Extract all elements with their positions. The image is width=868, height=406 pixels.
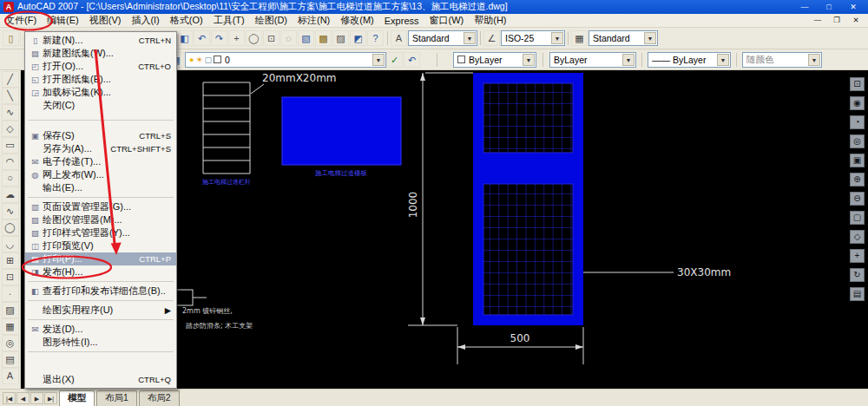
menu-item-open[interactable]: ◰打开(O)...CTRL+O bbox=[25, 60, 176, 73]
chevron-down-icon[interactable] bbox=[372, 54, 385, 66]
block-editor-icon[interactable]: ◧ bbox=[176, 30, 193, 46]
make-object-layer-current-icon[interactable]: ✓ bbox=[386, 52, 403, 68]
polyline-icon[interactable]: ∿ bbox=[2, 104, 19, 121]
chevron-down-icon[interactable] bbox=[644, 32, 656, 44]
circle-icon[interactable]: ○ bbox=[2, 170, 19, 187]
menubar-item[interactable]: 绘图(D) bbox=[250, 13, 293, 28]
dim-style-combo[interactable]: ISO-25 bbox=[501, 30, 565, 46]
redo-icon[interactable]: ↷ bbox=[211, 30, 227, 46]
chevron-down-icon[interactable] bbox=[717, 54, 729, 66]
zoom-window-icon[interactable]: ⊡ bbox=[850, 77, 865, 91]
menu-item-drawing-utilities[interactable]: 绘图实用程序(U)▶ bbox=[25, 304, 176, 317]
menu-item-plotter-manager[interactable]: ▨绘图仪管理器(M)... bbox=[25, 213, 176, 226]
tab-next-icon[interactable]: ▶ bbox=[30, 392, 43, 404]
region-icon[interactable]: ◎ bbox=[2, 335, 19, 351]
dim-style-icon[interactable]: ∠ bbox=[483, 30, 500, 46]
menu-item-exit[interactable]: 退出(X)CTRL+Q bbox=[25, 373, 176, 386]
zoom-object-icon[interactable]: ▣ bbox=[850, 154, 865, 167]
menu-item-close[interactable]: 关闭(C) bbox=[25, 99, 176, 112]
chevron-down-icon[interactable] bbox=[622, 54, 635, 66]
tab-layout2[interactable]: 布局2 bbox=[139, 390, 180, 406]
menubar-item[interactable]: 帮助(H) bbox=[469, 13, 511, 28]
doc-restore-button[interactable]: ❐ bbox=[832, 16, 842, 24]
maximize-button[interactable]: □ bbox=[823, 3, 835, 11]
pan-icon[interactable]: + bbox=[228, 30, 245, 46]
tool-palettes-icon[interactable]: ▩ bbox=[315, 30, 332, 46]
line-icon[interactable]: ╱ bbox=[2, 71, 19, 88]
color-combo[interactable]: ByLayer bbox=[453, 52, 536, 68]
polygon-icon[interactable]: ◇ bbox=[2, 121, 19, 137]
pan-icon[interactable]: + bbox=[850, 249, 865, 263]
text-style-combo[interactable]: Standard bbox=[408, 30, 477, 46]
arc-icon[interactable]: ◠ bbox=[2, 154, 19, 170]
menubar-item[interactable]: Express bbox=[379, 15, 424, 27]
spline-icon[interactable]: ∿ bbox=[2, 203, 19, 219]
menu-item-etransmit[interactable]: ✉电子传递(T)... bbox=[25, 155, 176, 168]
close-button[interactable]: ✕ bbox=[847, 3, 859, 11]
zoom-out-icon[interactable]: ⊖ bbox=[850, 192, 865, 206]
zoom-window-icon[interactable]: ⊡ bbox=[263, 30, 279, 46]
menubar-item[interactable]: 插入(I) bbox=[126, 13, 164, 28]
undo-icon[interactable]: ↶ bbox=[194, 30, 210, 46]
tab-first-icon[interactable]: |◀ bbox=[3, 392, 16, 404]
tab-last-icon[interactable]: ▶| bbox=[44, 392, 57, 404]
linetype-combo[interactable]: ByLayer bbox=[549, 52, 636, 68]
rectangle-icon[interactable]: ▭ bbox=[2, 137, 19, 154]
orbit-icon[interactable]: ↻ bbox=[850, 268, 865, 282]
hatch-icon[interactable]: ▨ bbox=[2, 302, 19, 318]
zoom-realtime-icon[interactable]: ◯ bbox=[246, 30, 262, 46]
menu-item-save-as[interactable]: 另存为(A)...CTRL+SHIFT+S bbox=[25, 142, 176, 155]
menubar-item[interactable]: 视图(V) bbox=[84, 13, 127, 28]
properties-icon[interactable]: ▨ bbox=[332, 30, 349, 46]
zoom-scale-icon[interactable]: ◔ bbox=[850, 115, 865, 129]
named-views-icon[interactable]: ▤ bbox=[850, 287, 865, 301]
designcenter-icon[interactable]: ◩ bbox=[350, 30, 366, 46]
layer-combo[interactable]: ● ☀ ▢ 0 bbox=[185, 52, 386, 68]
menu-item-send[interactable]: ✉发送(D)... bbox=[25, 323, 176, 336]
menu-item-export[interactable]: 输出(E)... bbox=[25, 181, 176, 194]
minimize-button[interactable]: — bbox=[799, 3, 811, 11]
layer-previous-icon[interactable]: ↶ bbox=[404, 52, 420, 68]
doc-minimize-button[interactable]: — bbox=[812, 16, 823, 24]
menu-item-view-plot-details[interactable]: ◧查看打印和发布详细信息(B)... bbox=[25, 285, 176, 298]
doc-close-button[interactable]: ✕ bbox=[851, 16, 861, 24]
menu-item-save[interactable]: ▣保存(S)CTRL+S bbox=[25, 129, 176, 142]
table-style-icon[interactable]: ▦ bbox=[571, 30, 588, 46]
lineweight-combo[interactable]: —— ByLayer bbox=[648, 52, 731, 68]
menubar-item[interactable]: 文件(F) bbox=[0, 13, 42, 28]
layer-on-icon[interactable]: ● bbox=[189, 56, 194, 64]
chevron-down-icon[interactable] bbox=[464, 32, 476, 44]
menu-item-plot[interactable]: ▤打印(P)...CTRL+P bbox=[25, 252, 176, 265]
zoom-center-icon[interactable]: ◎ bbox=[850, 134, 865, 148]
menubar-item[interactable]: 窗口(W) bbox=[424, 13, 470, 28]
tab-model[interactable]: 模型 bbox=[59, 390, 95, 406]
table-icon[interactable]: ▤ bbox=[2, 351, 19, 368]
menu-item-publish-to-web[interactable]: ◍网上发布(W)... bbox=[25, 168, 176, 181]
chevron-down-icon[interactable] bbox=[523, 54, 535, 66]
insert-block-icon[interactable]: ⊞ bbox=[2, 252, 19, 269]
menu-item-page-setup-manager[interactable]: ▥页面设置管理器(G)... bbox=[25, 200, 176, 213]
menubar-item[interactable]: 工具(T) bbox=[208, 13, 250, 28]
text-style-icon[interactable]: A bbox=[391, 30, 407, 46]
layer-freeze-icon[interactable]: ☀ bbox=[195, 56, 202, 64]
menu-item-open-sheet-set[interactable]: ◱打开图纸集(E)... bbox=[25, 73, 176, 86]
menu-item-new[interactable]: ▯新建(N)...CTRL+N bbox=[25, 34, 176, 47]
mtext-icon[interactable]: A bbox=[2, 368, 19, 384]
menu-item-plot-style-manager[interactable]: ▧打印样式管理器(Y)... bbox=[25, 226, 176, 239]
tab-prev-icon[interactable]: ◀ bbox=[16, 392, 30, 404]
sheetset-manager-icon[interactable]: ▧ bbox=[298, 30, 314, 46]
menubar-item[interactable]: 修改(M) bbox=[335, 13, 379, 28]
make-block-icon[interactable]: ⊡ bbox=[2, 269, 19, 285]
zoom-previous-icon[interactable]: ◌ bbox=[280, 30, 297, 46]
revcloud-icon[interactable]: ☁ bbox=[2, 187, 19, 203]
zoom-dynamic-icon[interactable]: ◉ bbox=[850, 96, 865, 110]
chevron-down-icon[interactable] bbox=[551, 32, 563, 44]
menubar-item[interactable]: 编辑(E) bbox=[42, 13, 84, 28]
zoom-extents-icon[interactable]: ◇ bbox=[850, 230, 865, 244]
table-style-combo[interactable]: Standard bbox=[589, 30, 658, 46]
menu-item-plot-preview[interactable]: ◫打印预览(V) bbox=[25, 239, 176, 252]
gradient-icon[interactable]: ▦ bbox=[2, 318, 19, 335]
menubar-item[interactable]: 标注(N) bbox=[293, 13, 335, 28]
ellipse-icon[interactable]: ◯ bbox=[2, 219, 19, 236]
help-icon[interactable]: ? bbox=[367, 30, 384, 46]
